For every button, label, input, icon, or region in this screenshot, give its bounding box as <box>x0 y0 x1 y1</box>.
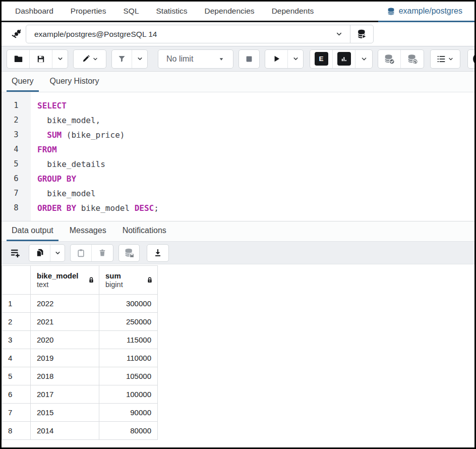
sum-cell[interactable]: 110000 <box>99 349 158 367</box>
help-button[interactable]: ? <box>468 50 476 68</box>
query-toolbar: No limit <box>2 46 474 72</box>
tab-properties[interactable]: Properties <box>62 2 115 22</box>
add-row-button[interactable] <box>6 248 25 258</box>
help-button-group: ? <box>467 49 476 69</box>
explain-analyze-button[interactable] <box>333 50 355 68</box>
output-tab-bar: Data output Messages Notifications <box>2 221 474 242</box>
connection-select-value: example/postgres@PostgreSQL 14 <box>34 30 157 39</box>
file-button-group <box>7 49 68 69</box>
tab-dependents[interactable]: Dependents <box>263 2 323 22</box>
edit-button[interactable] <box>74 50 106 68</box>
bike-model-cell[interactable]: 2017 <box>31 385 99 404</box>
database-rollback-icon <box>407 53 418 65</box>
connection-select-group: example/postgres@PostgreSQL 14 <box>26 25 374 43</box>
row-number-cell[interactable]: 8 <box>2 422 31 440</box>
chevron-down-icon <box>335 30 343 38</box>
line-number: 2 <box>2 113 31 128</box>
bike-model-cell[interactable]: 2020 <box>31 331 99 349</box>
code-line[interactable]: SELECT <box>37 98 474 113</box>
plug-connected-icon <box>10 28 23 41</box>
row-limit-select[interactable]: No limit <box>158 49 233 69</box>
editor-code[interactable]: SELECT bike_model, SUM (bike_price)FROM … <box>31 92 474 221</box>
save-icon <box>36 54 45 64</box>
row-number-cell[interactable]: 1 <box>2 295 31 313</box>
row-limit-value: No limit <box>166 54 193 64</box>
copy-button-group <box>29 244 65 262</box>
row-number-cell[interactable]: 5 <box>2 367 31 385</box>
delete-row-button[interactable] <box>92 245 113 261</box>
explain-button[interactable]: E <box>310 50 333 68</box>
tab-messages[interactable]: Messages <box>65 226 111 241</box>
row-number-header[interactable] <box>2 266 31 295</box>
tab-dependencies[interactable]: Dependencies <box>196 2 263 22</box>
code-line[interactable]: GROUP BY <box>37 172 474 186</box>
bike-model-cell[interactable]: 2015 <box>31 404 99 422</box>
sum-cell[interactable]: 105000 <box>99 367 158 385</box>
save-dropdown-button[interactable] <box>52 50 68 68</box>
add-row-icon <box>10 248 20 258</box>
sum-cell[interactable]: 100000 <box>99 385 158 404</box>
tab-query-tool-active[interactable]: example/postgres <box>378 2 474 22</box>
row-number-cell[interactable]: 2 <box>2 313 31 331</box>
bike-model-cell[interactable]: 2018 <box>31 367 99 385</box>
tab-statistics[interactable]: Statistics <box>148 2 196 22</box>
execute-dropdown-button[interactable] <box>288 50 303 68</box>
paste-button[interactable] <box>71 245 92 261</box>
table-row: 8 2014 80000 <box>2 422 158 440</box>
rollback-button[interactable] <box>401 50 424 68</box>
sum-cell[interactable]: 250000 <box>99 313 158 331</box>
row-number-cell[interactable]: 3 <box>2 331 31 349</box>
tab-notifications[interactable]: Notifications <box>117 226 171 241</box>
filter-dropdown-button[interactable] <box>132 50 147 68</box>
macro-button[interactable] <box>431 50 460 68</box>
explain-e-icon: E <box>315 52 328 66</box>
commit-button[interactable] <box>378 50 401 68</box>
execute-button[interactable] <box>265 50 288 68</box>
tab-sql[interactable]: SQL <box>114 2 147 22</box>
tab-dashboard[interactable]: Dashboard <box>7 2 62 22</box>
copy-button[interactable] <box>29 245 50 261</box>
sum-cell[interactable]: 90000 <box>99 404 158 422</box>
bike-model-cell[interactable]: 2014 <box>31 422 99 440</box>
sum-cell[interactable]: 115000 <box>99 331 158 349</box>
code-line[interactable]: bike_model <box>37 186 474 201</box>
lock-icon <box>88 276 95 284</box>
folder-icon <box>14 54 23 64</box>
column-type: bigint <box>105 280 123 289</box>
line-number: 7 <box>2 186 31 201</box>
connection-select[interactable]: example/postgres@PostgreSQL 14 <box>26 25 350 43</box>
copy-dropdown-button[interactable] <box>50 245 65 261</box>
column-header-bike-model[interactable]: bike_model text <box>31 266 99 295</box>
download-button[interactable] <box>147 245 168 261</box>
sum-cell[interactable]: 300000 <box>99 295 158 313</box>
line-number: 3 <box>2 128 31 142</box>
copy-icon <box>35 248 44 257</box>
row-number-cell[interactable]: 7 <box>2 404 31 422</box>
stop-button[interactable] <box>239 50 259 68</box>
tab-data-output[interactable]: Data output <box>7 226 58 241</box>
column-type: text <box>37 280 79 289</box>
bike-model-cell[interactable]: 2022 <box>31 295 99 313</box>
connection-status-button[interactable] <box>7 28 26 41</box>
table-row: 2 2021 250000 <box>2 313 158 331</box>
bike-model-cell[interactable]: 2021 <box>31 313 99 331</box>
save-button[interactable] <box>30 50 52 68</box>
row-number-cell[interactable]: 4 <box>2 349 31 367</box>
code-line[interactable]: bike_details <box>37 157 474 172</box>
new-connection-button[interactable] <box>350 25 373 43</box>
code-line[interactable]: bike_model, <box>37 113 474 128</box>
save-data-button[interactable] <box>119 245 139 261</box>
filter-button[interactable] <box>112 50 132 68</box>
code-line[interactable]: FROM <box>37 142 474 157</box>
database-icon <box>387 7 395 16</box>
code-line[interactable]: SUM (bike_price) <box>37 128 474 142</box>
sum-cell[interactable]: 80000 <box>99 422 158 440</box>
bike-model-cell[interactable]: 2019 <box>31 349 99 367</box>
explain-dropdown-button[interactable] <box>355 50 372 68</box>
tab-query[interactable]: Query <box>7 77 39 92</box>
row-number-cell[interactable]: 6 <box>2 385 31 404</box>
code-line[interactable]: ORDER BY bike_model DESC; <box>37 201 474 215</box>
column-header-sum[interactable]: sum bigint <box>99 266 158 295</box>
tab-query-history[interactable]: Query History <box>45 77 104 92</box>
open-file-button[interactable] <box>7 50 30 68</box>
